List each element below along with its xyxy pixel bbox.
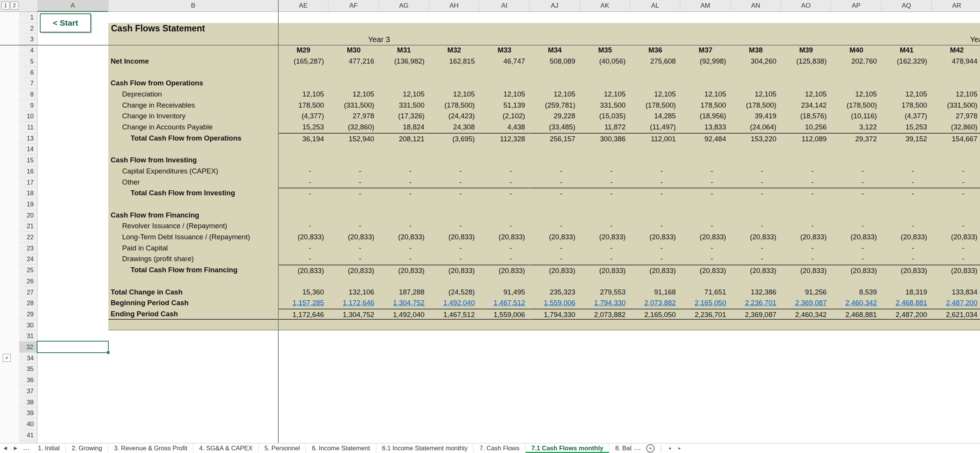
cell-AM28[interactable]: 2,165,050 (680, 298, 730, 309)
tabs-overflow-left-icon[interactable]: … (21, 443, 32, 453)
cell-AE8[interactable]: 12,105 (278, 89, 328, 100)
cell-AE13[interactable]: 36,194 (278, 133, 328, 144)
row-header-8[interactable]: 8 (19, 89, 38, 100)
row-header-18[interactable]: 18 (19, 188, 38, 199)
cell-AI8[interactable]: 12,105 (479, 89, 529, 100)
cell-AG16[interactable]: - (379, 166, 429, 177)
cell-AR22[interactable]: (20,833) (932, 232, 980, 243)
cell-AK24[interactable]: - (580, 253, 630, 265)
cell-AK16[interactable]: - (580, 166, 630, 177)
cell-AN16[interactable]: - (731, 166, 781, 177)
cell-AH9[interactable]: (178,500) (429, 100, 479, 111)
cell-AG9[interactable]: 331,500 (379, 100, 429, 111)
cell-AP16[interactable]: - (831, 166, 881, 177)
cell-AR18[interactable]: - (932, 188, 980, 199)
cell-AF11[interactable]: (32,860) (328, 122, 379, 133)
cell-AP23[interactable]: - (831, 243, 881, 254)
cell-AQ4[interactable]: M41 (882, 45, 932, 56)
cell-AE25[interactable]: (20,833) (278, 265, 328, 276)
cell-B11[interactable]: Change in Accounts Payable (108, 122, 278, 133)
tabs-overflow-right-icon[interactable]: … (632, 443, 643, 453)
row-header-17[interactable]: 17 (19, 177, 38, 188)
cell-AP22[interactable]: (20,833) (831, 232, 881, 243)
cell-AH29[interactable]: 1,467,512 (429, 309, 479, 320)
cell-AO5[interactable]: (125,838) (781, 56, 831, 67)
column-header-AO[interactable]: AO (781, 0, 831, 12)
cell-AQ8[interactable]: 12,105 (882, 89, 932, 100)
row-header-9[interactable]: 9 (19, 100, 38, 111)
cell-B10[interactable]: Change in Inventory (108, 111, 278, 122)
cell-AL23[interactable]: - (630, 243, 680, 254)
cell-AM22[interactable]: (20,833) (680, 232, 730, 243)
row-header-15[interactable]: 15 (19, 155, 38, 166)
cell-AM17[interactable]: - (680, 177, 730, 188)
cell-AP25[interactable]: (20,833) (831, 265, 881, 276)
cell-AF13[interactable]: 152,940 (328, 133, 379, 144)
cell-B22[interactable]: Long-Term Debt Issuance / (Repayment) (108, 232, 278, 243)
cell-AK4[interactable]: M35 (580, 45, 630, 56)
cell-AH10[interactable]: (24,423) (429, 111, 479, 122)
cell-AL13[interactable]: 112,001 (630, 133, 680, 144)
cell-AH23[interactable]: - (429, 243, 479, 254)
sheet-tab-6-income-statement[interactable]: 6. Income Statement (306, 443, 376, 453)
column-header-AL[interactable]: AL (630, 0, 680, 12)
cell-AJ23[interactable]: - (530, 243, 580, 254)
cell-AL27[interactable]: 91,168 (630, 287, 680, 298)
row-header-20[interactable]: 20 (19, 210, 38, 221)
h-scroll-left-icon[interactable]: ◂ (665, 443, 675, 453)
cell-AR5[interactable]: 478,944 (932, 56, 980, 67)
cell-AN25[interactable]: (20,833) (731, 265, 781, 276)
cell-AH4[interactable]: M32 (429, 45, 479, 56)
cell-AQ10[interactable]: (4,377) (882, 111, 932, 122)
cell-AI9[interactable]: 51,139 (479, 100, 529, 111)
cell-AQ16[interactable]: - (882, 166, 932, 177)
cell-B5[interactable]: Net Income (108, 56, 278, 67)
column-header-AF[interactable]: AF (328, 0, 379, 12)
outline-level-button-1[interactable]: 1 (2, 2, 10, 10)
cell-AK27[interactable]: 279,553 (580, 287, 630, 298)
row-header-24[interactable]: 24 (19, 253, 38, 265)
cell-AK17[interactable]: - (580, 177, 630, 188)
row-header-13[interactable]: 13 (19, 133, 38, 144)
cell-AR9[interactable]: (331,500) (932, 100, 980, 111)
row-header-3[interactable]: 3 (19, 34, 38, 45)
sheet-tab-5-personnel[interactable]: 5. Personnel (259, 443, 306, 453)
cell-AN23[interactable]: - (731, 243, 781, 254)
cell-AI4[interactable]: M33 (479, 45, 529, 56)
cell-AF9[interactable]: (331,500) (328, 100, 379, 111)
cell-B16[interactable]: Capital Expenditures (CAPEX) (108, 166, 278, 177)
row-header-29[interactable]: 29 (19, 309, 38, 320)
cell-AO25[interactable]: (20,833) (781, 265, 831, 276)
cell-AF8[interactable]: 12,105 (328, 89, 379, 100)
cell-AK22[interactable]: (20,833) (580, 232, 630, 243)
cell-AO23[interactable]: - (781, 243, 831, 254)
cell-AK23[interactable]: - (580, 243, 630, 254)
cell-AF5[interactable]: 477,216 (328, 56, 379, 67)
cell-AN11[interactable]: (24,064) (731, 122, 781, 133)
cell-AI5[interactable]: 46,747 (479, 56, 529, 67)
cell-AR10[interactable]: 27,978 (932, 111, 980, 122)
cell-AJ28[interactable]: 1,559,006 (530, 298, 580, 309)
cell-AQ21[interactable]: - (882, 221, 932, 232)
column-header-AE[interactable]: AE (278, 0, 328, 12)
cell-AL9[interactable]: (178,500) (630, 100, 680, 111)
row-header-38[interactable]: 38 (19, 397, 38, 408)
cell-AI29[interactable]: 1,559,006 (479, 309, 529, 320)
cell-AP27[interactable]: 8,539 (831, 287, 881, 298)
cell-AM5[interactable]: (92,998) (680, 56, 730, 67)
add-sheet-icon[interactable]: + (646, 444, 655, 453)
cell-AG23[interactable]: - (379, 243, 429, 254)
cell-AL4[interactable]: M36 (630, 45, 680, 56)
cell-AO27[interactable]: 91,256 (781, 287, 831, 298)
row-header-37[interactable]: 37 (19, 386, 38, 397)
cell-AG8[interactable]: 12,105 (379, 89, 429, 100)
cell-AI23[interactable]: - (479, 243, 529, 254)
cell-AN28[interactable]: 2,236,701 (731, 298, 781, 309)
cell-AR29[interactable]: 2,621,034 (932, 309, 980, 320)
cell-AP21[interactable]: - (831, 221, 881, 232)
cell-AP28[interactable]: 2,460,342 (831, 298, 881, 309)
cell-AL18[interactable]: - (630, 188, 680, 199)
row-header-16[interactable]: 16 (19, 166, 38, 177)
cell-AN9[interactable]: (178,500) (731, 100, 781, 111)
cell-B27[interactable]: Total Change in Cash (108, 287, 278, 298)
